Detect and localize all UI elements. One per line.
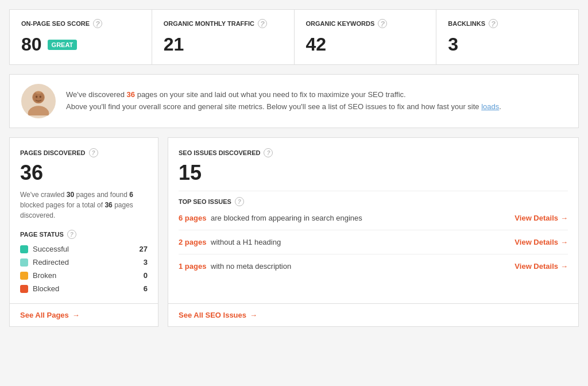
metric-label-organic-monthly-traffic: ORGANIC MONTHLY TRAFFIC ? bbox=[164, 19, 283, 28]
arrow-icon-2: → bbox=[560, 262, 568, 271]
left-panel: PAGES DISCOVERED ? 36 We've crawled 30 p… bbox=[9, 137, 158, 327]
left-panel-footer: See All Pages → bbox=[10, 303, 158, 326]
pages-discovered-help-icon[interactable]: ? bbox=[89, 148, 98, 157]
status-label-successful: Successful bbox=[33, 245, 69, 253]
metric-value-organic-keywords: 42 bbox=[306, 34, 425, 55]
status-dot-redirected bbox=[20, 258, 28, 267]
status-count-blocked: 6 bbox=[144, 284, 148, 293]
seo-issues-help-icon[interactable]: ? bbox=[264, 148, 273, 157]
issue-row-0: 6 pages are blocked from appearing in se… bbox=[179, 206, 568, 230]
issue-pages-1: 2 pages bbox=[179, 238, 206, 246]
svg-point-3 bbox=[36, 95, 37, 98]
status-row-broken: Broken 0 bbox=[20, 271, 148, 280]
view-details-link-2[interactable]: View Details → bbox=[514, 262, 568, 271]
view-details-link-1[interactable]: View Details → bbox=[514, 238, 568, 246]
status-dot-broken bbox=[20, 272, 28, 280]
issue-text-1: 2 pages without a H1 heading bbox=[179, 238, 281, 246]
status-dot-blocked bbox=[20, 285, 28, 293]
svg-point-5 bbox=[36, 91, 41, 94]
status-label-blocked: Blocked bbox=[33, 284, 59, 293]
help-icon-organic-monthly-traffic[interactable]: ? bbox=[258, 19, 267, 28]
pages-discovered-desc: We've crawled 30 pages and found 6 block… bbox=[20, 190, 148, 221]
issue-text-0: 6 pages are blocked from appearing in se… bbox=[179, 214, 362, 222]
info-text-part4: . bbox=[499, 102, 501, 111]
metric-value-organic-monthly-traffic: 21 bbox=[164, 34, 283, 55]
issue-pages-0: 6 pages bbox=[179, 214, 206, 222]
status-count-successful: 27 bbox=[140, 245, 148, 253]
blocked-count: 6 bbox=[129, 191, 133, 199]
top-metrics-bar: ON-PAGE SEO SCORE ? 80 GREAT ORGANIC MON… bbox=[9, 9, 579, 65]
metric-backlinks: BACKLINKS ? 3 bbox=[436, 10, 578, 64]
help-icon-organic-keywords[interactable]: ? bbox=[378, 19, 387, 28]
svg-point-1 bbox=[28, 106, 49, 115]
info-text-part1: We've discovered bbox=[66, 90, 127, 99]
top-issues-label: TOP SEO ISSUES ? bbox=[179, 197, 568, 206]
right-panel-footer: See All SEO Issues → bbox=[168, 303, 578, 326]
crawled-count: 30 bbox=[67, 191, 74, 199]
metric-label-on-page-seo-score: ON-PAGE SEO SCORE ? bbox=[21, 19, 140, 28]
info-banner-text: We've discovered 36 pages on your site a… bbox=[66, 89, 501, 113]
right-panel: SEO ISSUES DISCOVERED ? 15 TOP SEO ISSUE… bbox=[168, 137, 579, 327]
see-all-pages-link[interactable]: See All Pages → bbox=[20, 311, 148, 319]
bottom-panels: PAGES DISCOVERED ? 36 We've crawled 30 p… bbox=[9, 137, 579, 327]
view-details-link-0[interactable]: View Details → bbox=[514, 214, 568, 222]
metric-value-backlinks: 3 bbox=[448, 34, 567, 55]
page-status-help-icon[interactable]: ? bbox=[67, 230, 76, 239]
status-label-redirected: Redirected bbox=[33, 258, 69, 267]
metric-label-backlinks: BACKLINKS ? bbox=[448, 19, 567, 28]
see-all-seo-issues-link[interactable]: See All SEO Issues → bbox=[179, 311, 568, 319]
status-row-blocked: Blocked 6 bbox=[20, 284, 148, 293]
page-status-section: PAGE STATUS ? Successful 27 Redirected 3… bbox=[20, 230, 148, 293]
issue-pages-2: 1 pages bbox=[179, 262, 206, 271]
status-dot-successful bbox=[20, 245, 28, 253]
arrow-right-icon-2: → bbox=[250, 311, 257, 319]
info-highlight: 36 bbox=[127, 90, 135, 99]
seo-issues-label: SEO ISSUES DISCOVERED ? bbox=[179, 148, 568, 157]
metric-on-page-seo-score: ON-PAGE SEO SCORE ? 80 GREAT bbox=[10, 10, 152, 64]
help-icon-on-page-seo-score[interactable]: ? bbox=[93, 19, 102, 28]
metric-value-on-page-seo-score: 80 GREAT bbox=[21, 34, 140, 55]
arrow-icon-0: → bbox=[560, 214, 568, 222]
svg-point-4 bbox=[40, 95, 41, 98]
avatar bbox=[21, 84, 56, 118]
issue-row-2: 1 pages with no meta description View De… bbox=[179, 254, 568, 278]
status-count-broken: 0 bbox=[144, 271, 148, 280]
issue-text-2: 1 pages with no meta description bbox=[179, 262, 291, 271]
info-text-part2: pages on your site and laid out what you… bbox=[135, 90, 406, 99]
issue-row-1: 2 pages without a H1 heading View Detail… bbox=[179, 230, 568, 254]
info-text-part3: Above you'll find your overall score and… bbox=[66, 102, 481, 111]
great-badge: GREAT bbox=[48, 40, 78, 50]
issue-desc-2: with no meta description bbox=[208, 262, 291, 271]
status-count-redirected: 3 bbox=[144, 258, 148, 267]
arrow-right-icon: → bbox=[72, 311, 80, 319]
seo-issues-number: 15 bbox=[179, 161, 568, 185]
issue-desc-0: are blocked from appearing in search eng… bbox=[208, 214, 362, 222]
pages-discovered-number: 36 bbox=[20, 161, 148, 185]
top-issues-help-icon[interactable]: ? bbox=[235, 197, 244, 206]
issue-desc-1: without a H1 heading bbox=[208, 238, 281, 246]
status-label-broken: Broken bbox=[33, 271, 56, 280]
pages-discovered-label: PAGES DISCOVERED ? bbox=[20, 148, 148, 157]
loads-link[interactable]: loads bbox=[481, 102, 499, 111]
status-row-successful: Successful 27 bbox=[20, 245, 148, 253]
help-icon-backlinks[interactable]: ? bbox=[489, 19, 498, 28]
metric-organic-monthly-traffic: ORGANIC MONTHLY TRAFFIC ? 21 bbox=[152, 10, 295, 64]
metric-organic-keywords: ORGANIC KEYWORDS ? 42 bbox=[295, 10, 437, 64]
arrow-icon-1: → bbox=[560, 238, 568, 246]
total-count: 36 bbox=[105, 201, 112, 209]
page-status-label: PAGE STATUS ? bbox=[20, 230, 148, 239]
status-row-redirected: Redirected 3 bbox=[20, 258, 148, 267]
metric-label-organic-keywords: ORGANIC KEYWORDS ? bbox=[306, 19, 425, 28]
info-banner: We've discovered 36 pages on your site a… bbox=[9, 74, 579, 128]
